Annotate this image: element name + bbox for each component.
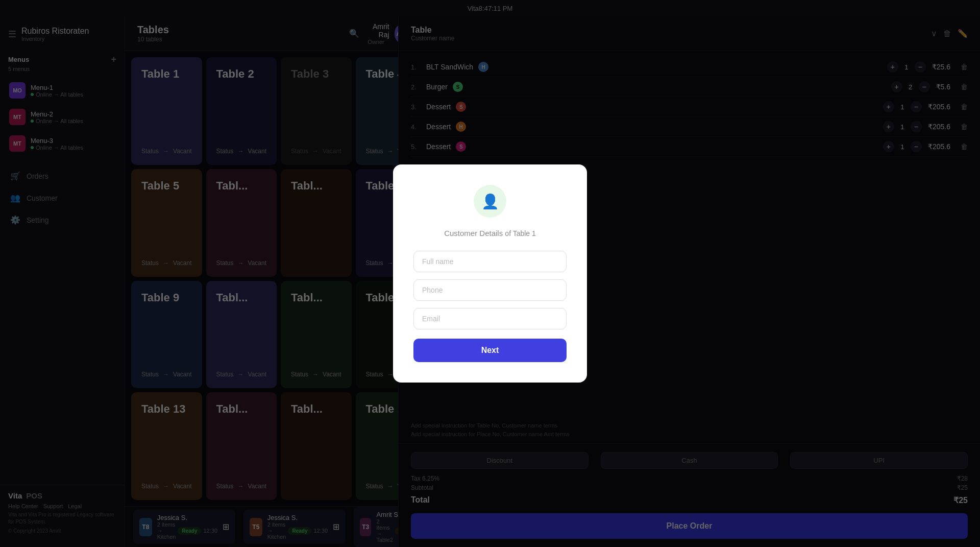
fullname-input[interactable] xyxy=(413,251,567,272)
modal-title: Customer Details of Table 1 xyxy=(444,228,536,239)
modal-overlay[interactable]: 👤 Customer Details of Table 1 Next xyxy=(0,0,980,547)
phone-input[interactable] xyxy=(413,279,567,301)
modal-title-context: of Table 1 xyxy=(505,229,535,237)
customer-details-modal: 👤 Customer Details of Table 1 Next xyxy=(393,164,587,383)
modal-icon-wrap: 👤 xyxy=(474,185,506,218)
modal-next-button[interactable]: Next xyxy=(413,339,567,362)
email-input[interactable] xyxy=(413,308,567,329)
modal-title-main: Customer Details xyxy=(444,229,505,237)
person-icon: 👤 xyxy=(481,193,499,210)
